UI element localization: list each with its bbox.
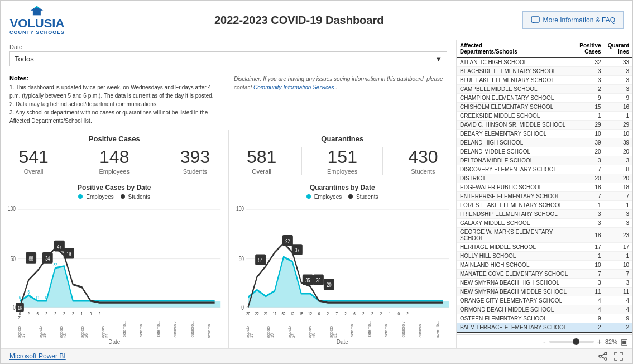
zoom-minus-icon[interactable]: - <box>543 337 546 346</box>
svg-text:6: 6 <box>19 294 21 300</box>
school-cases: 3 <box>576 76 604 85</box>
header: VOLUSIA COUNTY SCHOOLS 2022-2023 COVID-1… <box>1 1 632 40</box>
school-name: OSTEEN ELEMENTARY SCHOOL <box>457 314 576 323</box>
school-cases: 3 <box>576 210 604 219</box>
school-cases: 10 <box>576 261 604 270</box>
fullscreen-icon[interactable] <box>613 351 624 361</box>
info-button[interactable]: More Information & FAQ <box>522 11 624 29</box>
positive-chart-xlabel: Date <box>5 339 224 345</box>
table-row: ATLANTIC HIGH SCHOOL 32 33 <box>457 58 632 67</box>
svg-text:0: 0 <box>397 311 400 317</box>
positive-chart-title: Positive Cases by Date <box>5 184 224 191</box>
school-name: HOLLY HILL SCHOOL <box>457 252 576 261</box>
svg-text:7: 7 <box>335 311 338 317</box>
school-quarantines: 39 <box>605 138 632 147</box>
quarantine-chart-xaxis: agosto 17 agosto 19 agosto 24 agosto 26 … <box>233 321 452 338</box>
quarantine-students-value: 430 <box>408 148 438 166</box>
school-quarantines: 33 <box>605 58 632 67</box>
date-select[interactable]: Todos ▼ <box>9 51 447 66</box>
school-name: NEW SMYRNA BEACH MIDDLE SCHOOL <box>457 288 576 296</box>
school-quarantines: 20 <box>605 174 632 183</box>
school-name: PALM TERRACE ELEMENTARY SCHOOL <box>457 323 576 333</box>
table-container[interactable]: AffectedDepartments/Schools PositiveCase… <box>457 40 632 334</box>
svg-text:35: 35 <box>305 276 310 284</box>
zoom-bar: - + 82% ▣ <box>457 334 632 348</box>
table-row: NEW SMYRNA BEACH HIGH SCHOOL 3 3 <box>457 279 632 288</box>
table-row: FOREST LAKE ELEMENTARY SCHOOL 1 1 <box>457 201 632 210</box>
quarantine-students-label: Students <box>408 168 438 175</box>
school-cases: 11 <box>576 288 604 296</box>
svg-text:50: 50 <box>11 255 16 263</box>
svg-rect-2 <box>531 17 539 22</box>
school-cases: 9 <box>576 314 604 323</box>
table-header-row: AffectedDepartments/Schools PositiveCase… <box>457 40 632 58</box>
school-name: MANATEE COVE ELEMENTARY SCHOOL <box>457 270 576 279</box>
quarantine-overall: 581 Overall <box>247 148 276 175</box>
svg-text:15: 15 <box>299 311 303 317</box>
positive-cases-panel: Positive Cases 541 Overall 148 Employees <box>1 130 229 180</box>
school-quarantines: 18 <box>605 183 632 192</box>
disclaimer-link[interactable]: Community Information Services <box>253 84 334 90</box>
svg-marker-3 <box>533 22 535 23</box>
powerbi-link[interactable]: Microsoft Power BI <box>9 352 66 360</box>
share-icon[interactable] <box>598 351 608 361</box>
zoom-plus-icon[interactable]: + <box>597 337 602 346</box>
svg-text:37: 37 <box>295 246 299 253</box>
school-cases: 3 <box>576 219 604 228</box>
notes-right: Disclaimer: If you are having any issues… <box>234 75 447 125</box>
school-quarantines: 16 <box>605 103 632 112</box>
school-cases: 17 <box>576 243 604 252</box>
svg-text:2: 2 <box>72 311 74 317</box>
quarantine-legend-employees: Employees <box>306 194 342 200</box>
table-row: HOLLY HILL SCHOOL 1 1 <box>457 252 632 261</box>
school-cases: 3 <box>576 156 604 165</box>
school-name: GEORGE W. MARKS ELEMENTARY SCHOOL <box>457 228 576 243</box>
school-name: FRIENDSHIP ELEMENTARY SCHOOL <box>457 210 576 219</box>
school-quarantines: 3 <box>605 219 632 228</box>
quarantine-chart-svg: 100 50 0 <box>233 202 452 321</box>
logo-sub: COUNTY SCHOOLS <box>9 30 65 35</box>
school-quarantines: 10 <box>605 261 632 270</box>
zoom-slider[interactable] <box>549 341 594 343</box>
school-name: HERITAGE MIDDLE SCHOOL <box>457 243 576 252</box>
svg-text:12: 12 <box>290 311 294 317</box>
school-cases: 1 <box>576 112 604 121</box>
svg-text:0: 0 <box>241 303 244 311</box>
school-quarantines: 1 <box>605 112 632 121</box>
school-name: NEW SMYRNA BEACH HIGH SCHOOL <box>457 279 576 288</box>
quarantine-chart-legend: Employees Students <box>233 194 452 200</box>
svg-text:92: 92 <box>285 237 290 245</box>
fit-icon[interactable]: ▣ <box>621 337 628 346</box>
positive-cases-title: Positive Cases <box>6 135 223 143</box>
school-quarantines: 1 <box>605 252 632 261</box>
logo: VOLUSIA COUNTY SCHOOLS <box>9 5 65 35</box>
info-button-label: More Information & FAQ <box>543 16 615 24</box>
school-quarantines: 9 <box>605 314 632 323</box>
table-row: ORMOND BEACH MIDDLE SCHOOL 4 4 <box>457 305 632 314</box>
school-cases: 20 <box>576 147 604 156</box>
schools-table: AffectedDepartments/Schools PositiveCase… <box>457 40 632 334</box>
svg-text:12: 12 <box>308 311 312 317</box>
table-row: CHISHOLM ELEMENTARY SCHOOL 15 16 <box>457 103 632 112</box>
page-title: 2022-2023 COVID-19 Dashboard <box>76 14 522 27</box>
table-row: CHAMPION ELEMENTARY SCHOOL 9 9 <box>457 94 632 103</box>
school-name: DAVID C. HINSON SR. MIDDLE SCHOOL <box>457 121 576 130</box>
svg-text:50: 50 <box>238 255 243 263</box>
school-name: CREEKSIDE MIDDLE SCHOOL <box>457 112 576 121</box>
school-quarantines: 7 <box>605 270 632 279</box>
table-row: DELAND MIDDLE SCHOOL 20 20 <box>457 147 632 156</box>
content-area: Date Todos ▼ Notes: 1. This dashboard is… <box>1 40 632 348</box>
positive-overall: 541 Overall <box>18 148 48 175</box>
school-quarantines: 4 <box>605 305 632 314</box>
table-body: ATLANTIC HIGH SCHOOL 32 33 BEACHSIDE ELE… <box>457 58 632 332</box>
school-name: MAINLAND HIGH SCHOOL <box>457 261 576 270</box>
school-cases: 29 <box>576 121 604 130</box>
svg-text:12: 12 <box>45 294 49 300</box>
school-quarantines: 8 <box>605 165 632 174</box>
quarantine-employees-value: 151 <box>327 148 357 166</box>
school-quarantines: 4 <box>605 296 632 305</box>
school-cases: 32 <box>576 58 604 67</box>
q-employees-dot <box>306 194 311 199</box>
school-quarantines: 17 <box>605 243 632 252</box>
quarantine-chart-panel: Quarantines by Date Employees Students <box>229 180 457 348</box>
